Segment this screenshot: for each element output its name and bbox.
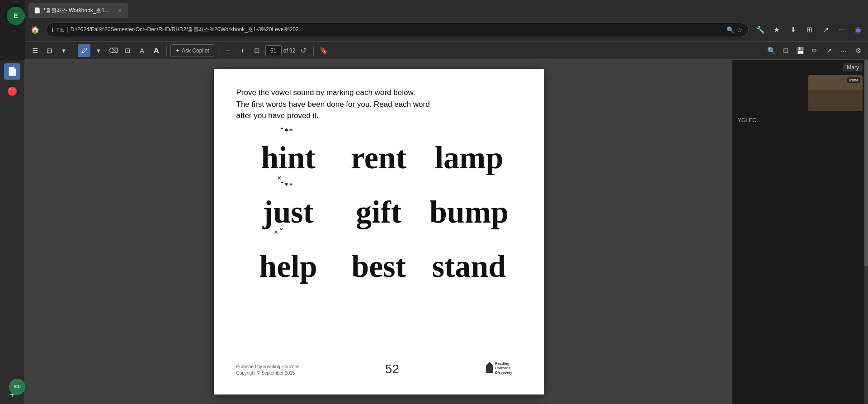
address-bar[interactable]: ℹ File D:/2024/Fall%20Semester-Oct~Dec/R… — [46, 23, 749, 37]
svg-text:Horizons: Horizons — [495, 366, 511, 370]
svg-rect-2 — [486, 366, 493, 373]
word-stand: stand — [426, 244, 512, 289]
sidebar-red-icon[interactable]: 🔴 — [4, 83, 20, 100]
word-help: help — [245, 244, 331, 289]
share-page-button[interactable]: ↗ — [823, 44, 835, 57]
highlight-dropdown[interactable]: ▾ — [92, 44, 105, 57]
word-gift: gift — [336, 190, 422, 235]
svg-text:E: E — [14, 12, 18, 19]
tab-close-button[interactable]: ✕ — [117, 7, 123, 14]
sidebar-pdf-icon[interactable]: 📄 — [4, 63, 20, 80]
url-text: D:/2024/Fall%20Semester-Oct~Dec/RHD/RHD2… — [71, 26, 724, 33]
nav-bar: 🏠 ℹ File D:/2024/Fall%20Semester-Oct~Dec… — [25, 18, 868, 42]
instruction-line-3: after you have proved it. — [236, 111, 319, 120]
active-tab[interactable]: 📄 *홈클래스 Workbook_초1-3 Level 2_최종 (1).pdf… — [28, 3, 128, 18]
just-text: just — [263, 195, 314, 229]
file-label: File — [57, 27, 68, 33]
best-text: best — [351, 248, 406, 285]
more-icon[interactable]: ··· — [835, 24, 848, 36]
pdf-instructions: Prove the vowel sound by marking each wo… — [236, 87, 521, 122]
home-button[interactable]: 🏠 — [28, 23, 42, 37]
zoom-in-button[interactable]: + — [236, 44, 249, 57]
footer-logo: Reading Horizons Discovery — [485, 357, 521, 376]
left-sidebar: 📄 🔴 ＋ — [0, 60, 25, 404]
svg-text:Reading: Reading — [495, 361, 509, 366]
word-bump: bump — [426, 190, 512, 235]
divider-2 — [166, 46, 167, 56]
thumbnails-dropdown[interactable]: ▾ — [57, 44, 70, 57]
share-icon[interactable]: ↗ — [819, 24, 832, 36]
just-annotation-bottom: × — [274, 228, 278, 237]
zoom-out-button[interactable]: − — [222, 44, 235, 57]
eraser-button[interactable]: ⌫ — [107, 44, 119, 57]
page-number-input[interactable] — [265, 45, 282, 56]
footer-copyright: Published by Reading Horizons Copyright … — [236, 364, 300, 376]
pdf-settings-button[interactable]: ⚙ — [852, 44, 864, 57]
video-section: Irene — [732, 75, 868, 111]
instruction-line-1: Prove the vowel sound by marking each wo… — [236, 88, 415, 97]
save-button[interactable]: 💾 — [794, 44, 807, 57]
word-hint: ̆** hint × — [245, 135, 331, 181]
tab-favicon: 📄 — [34, 7, 41, 14]
words-grid: ̆** hint × rent lamp ̆** — [236, 135, 521, 289]
more-tools-button[interactable]: ··· — [837, 44, 850, 57]
video-label: Irene — [847, 77, 860, 83]
font-button[interactable]: A — [136, 44, 148, 57]
extensions-icon[interactable]: 🔧 — [754, 24, 767, 36]
copilot-icon: ✦ — [175, 48, 180, 54]
mary-label: Mary — [843, 63, 863, 71]
reset-view-button[interactable]: ↺ — [297, 44, 310, 57]
text-button[interactable]: ⊡ — [121, 44, 134, 57]
right-panel: Mary Irene YGLEC — [732, 60, 868, 404]
divider-4 — [313, 46, 314, 56]
divider-3 — [218, 46, 218, 56]
lamp-text: lamp — [435, 140, 504, 176]
copyright-line2: Copyright © September 2015 — [236, 371, 295, 375]
address-info-icon: ℹ — [52, 27, 54, 33]
divider-1 — [74, 46, 74, 56]
svg-marker-3 — [486, 362, 493, 366]
hint-text: hint — [261, 140, 316, 175]
yglec-section: YGLEC — [732, 111, 868, 128]
bump-text: bump — [429, 194, 509, 230]
help-text: help — [259, 248, 317, 285]
bookmark-button[interactable]: 🔖 — [317, 44, 330, 57]
ask-copilot-button[interactable]: ✦ Ask Copilot — [170, 44, 214, 57]
downloads-icon[interactable]: ⬇ — [787, 24, 799, 36]
word-just: ̆** just × ̆ — [245, 190, 331, 235]
present-button[interactable]: ⊡ — [779, 44, 792, 57]
page-total-label: of 92 — [283, 48, 296, 54]
thumbnails-button[interactable]: ⊟ — [43, 44, 56, 57]
rent-text: rent — [351, 140, 406, 176]
browser-tools-icon[interactable]: ⊞ — [803, 24, 816, 36]
ask-copilot-label: Ask Copilot — [182, 48, 209, 54]
pencil-icon: ✏ — [14, 382, 21, 392]
pencil-button[interactable]: ✏ — [9, 379, 25, 395]
edge-icon: ◉ — [852, 24, 864, 36]
stand-text: stand — [432, 248, 506, 285]
pdf-footer: Published by Reading Horizons Copyright … — [236, 348, 521, 376]
fit-page-button[interactable]: ⊡ — [251, 44, 264, 57]
pdf-toolbar: ☰ ⊟ ▾ 🖊 ▾ ⌫ ⊡ A 𝗔 ✦ Ask Copilot − + ⊡ of… — [25, 42, 868, 60]
scrollbar-thumb[interactable] — [864, 60, 868, 266]
hint-annotation-bottom: × — [277, 174, 281, 182]
search-icon: 🔍 — [726, 26, 734, 33]
word-lamp: lamp — [426, 135, 512, 181]
nav-icons: 🔧 ★ ⬇ ⊞ ↗ ··· ◉ — [754, 24, 864, 36]
hint-annotation-top: ̆** — [284, 127, 293, 136]
star-icon[interactable]: ☆ — [737, 26, 743, 33]
gift-text: gift — [356, 194, 401, 230]
word-rent: rent — [336, 135, 422, 181]
print-button[interactable]: ✏ — [808, 44, 821, 57]
highlight-button[interactable]: 🖊 — [78, 44, 90, 57]
find-button[interactable]: 🔍 — [765, 44, 778, 57]
panel-toggle-button[interactable]: ☰ — [28, 44, 41, 57]
favorites-icon[interactable]: ★ — [770, 24, 783, 36]
font-size-button[interactable]: 𝗔 — [150, 44, 163, 57]
just-annotation-top: ̆** — [283, 181, 292, 190]
scrollbar[interactable] — [864, 60, 868, 404]
instruction-line-2: The first words have been done for you. … — [236, 100, 430, 109]
word-best: best — [336, 244, 422, 289]
mary-section: Mary — [732, 60, 868, 75]
pdf-page: Prove the vowel sound by marking each wo… — [214, 69, 544, 394]
